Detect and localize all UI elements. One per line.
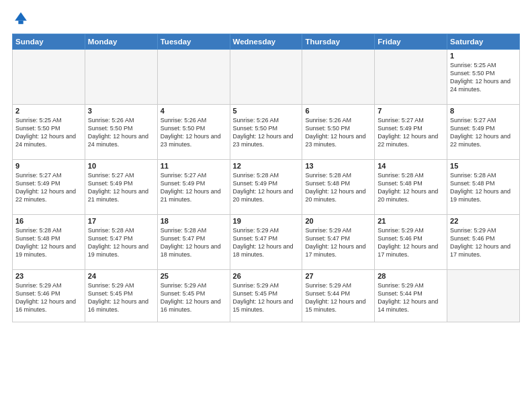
svg-marker-0 [15, 12, 27, 20]
calendar-cell: 12Sunrise: 5:28 AM Sunset: 5:49 PM Dayli… [230, 160, 302, 215]
cell-info: Sunrise: 5:29 AM Sunset: 5:47 PM Dayligh… [233, 226, 300, 259]
calendar-cell [85, 50, 157, 105]
day-number: 11 [161, 162, 227, 170]
calendar-table: SundayMondayTuesdayWednesdayThursdayFrid… [12, 34, 520, 322]
cell-info: Sunrise: 5:28 AM Sunset: 5:48 PM Dayligh… [450, 171, 517, 204]
calendar-week-row: 1Sunrise: 5:25 AM Sunset: 5:50 PM Daylig… [13, 50, 520, 105]
calendar-cell: 6Sunrise: 5:26 AM Sunset: 5:50 PM Daylig… [302, 105, 375, 160]
cell-info: Sunrise: 5:25 AM Sunset: 5:50 PM Dayligh… [450, 61, 517, 94]
day-number: 13 [305, 162, 371, 170]
calendar-cell: 18Sunrise: 5:28 AM Sunset: 5:47 PM Dayli… [157, 215, 230, 270]
day-number: 3 [88, 107, 154, 115]
cell-info: Sunrise: 5:27 AM Sunset: 5:49 PM Dayligh… [15, 171, 82, 204]
cell-info: Sunrise: 5:26 AM Sunset: 5:50 PM Dayligh… [88, 116, 154, 149]
day-number: 28 [378, 272, 444, 280]
calendar-cell [157, 50, 230, 105]
calendar-cell: 21Sunrise: 5:29 AM Sunset: 5:46 PM Dayli… [375, 215, 447, 270]
day-number: 8 [450, 107, 517, 115]
day-number: 7 [378, 107, 444, 115]
calendar-cell: 17Sunrise: 5:28 AM Sunset: 5:47 PM Dayli… [85, 215, 157, 270]
calendar-header-row: SundayMondayTuesdayWednesdayThursdayFrid… [13, 34, 520, 50]
calendar-cell [13, 50, 85, 105]
cell-info: Sunrise: 5:29 AM Sunset: 5:46 PM Dayligh… [15, 281, 82, 314]
calendar-cell: 15Sunrise: 5:28 AM Sunset: 5:48 PM Dayli… [447, 160, 520, 215]
day-header-sunday: Sunday [13, 34, 85, 50]
calendar-week-row: 9Sunrise: 5:27 AM Sunset: 5:49 PM Daylig… [13, 160, 520, 215]
day-number: 14 [378, 162, 444, 170]
calendar-week-row: 23Sunrise: 5:29 AM Sunset: 5:46 PM Dayli… [13, 270, 520, 322]
calendar-week-row: 16Sunrise: 5:28 AM Sunset: 5:48 PM Dayli… [13, 215, 520, 270]
cell-info: Sunrise: 5:29 AM Sunset: 5:46 PM Dayligh… [378, 226, 444, 259]
calendar-cell: 20Sunrise: 5:29 AM Sunset: 5:47 PM Dayli… [302, 215, 375, 270]
logo [12, 11, 30, 28]
page: SundayMondayTuesdayWednesdayThursdayFrid… [0, 0, 532, 411]
cell-info: Sunrise: 5:29 AM Sunset: 5:44 PM Dayligh… [378, 281, 444, 314]
cell-info: Sunrise: 5:27 AM Sunset: 5:49 PM Dayligh… [161, 171, 227, 204]
cell-info: Sunrise: 5:28 AM Sunset: 5:47 PM Dayligh… [88, 226, 154, 259]
cell-info: Sunrise: 5:27 AM Sunset: 5:49 PM Dayligh… [450, 116, 517, 149]
calendar-cell: 16Sunrise: 5:28 AM Sunset: 5:48 PM Dayli… [13, 215, 85, 270]
logo-icon [13, 11, 28, 26]
calendar-cell: 11Sunrise: 5:27 AM Sunset: 5:49 PM Dayli… [157, 160, 230, 215]
day-header-monday: Monday [85, 34, 157, 50]
cell-info: Sunrise: 5:29 AM Sunset: 5:45 PM Dayligh… [233, 281, 300, 314]
cell-info: Sunrise: 5:26 AM Sunset: 5:50 PM Dayligh… [161, 116, 227, 149]
day-number: 18 [161, 217, 227, 225]
day-header-thursday: Thursday [302, 34, 375, 50]
day-number: 20 [305, 217, 371, 225]
day-header-saturday: Saturday [447, 34, 520, 50]
cell-info: Sunrise: 5:29 AM Sunset: 5:45 PM Dayligh… [88, 281, 154, 314]
day-number: 5 [233, 107, 300, 115]
calendar-cell [375, 50, 447, 105]
day-number: 24 [88, 272, 154, 280]
day-number: 22 [450, 217, 517, 225]
calendar-cell: 10Sunrise: 5:27 AM Sunset: 5:49 PM Dayli… [85, 160, 157, 215]
cell-info: Sunrise: 5:25 AM Sunset: 5:50 PM Dayligh… [15, 116, 82, 149]
cell-info: Sunrise: 5:28 AM Sunset: 5:48 PM Dayligh… [305, 171, 371, 204]
day-number: 16 [15, 217, 82, 225]
day-header-tuesday: Tuesday [157, 34, 230, 50]
calendar-cell [447, 270, 520, 322]
cell-info: Sunrise: 5:29 AM Sunset: 5:44 PM Dayligh… [305, 281, 371, 314]
calendar-cell: 24Sunrise: 5:29 AM Sunset: 5:45 PM Dayli… [85, 270, 157, 322]
calendar-cell: 5Sunrise: 5:26 AM Sunset: 5:50 PM Daylig… [230, 105, 302, 160]
cell-info: Sunrise: 5:28 AM Sunset: 5:49 PM Dayligh… [233, 171, 300, 204]
cell-info: Sunrise: 5:27 AM Sunset: 5:49 PM Dayligh… [88, 171, 154, 204]
day-number: 26 [233, 272, 300, 280]
day-header-friday: Friday [375, 34, 447, 50]
calendar-cell: 2Sunrise: 5:25 AM Sunset: 5:50 PM Daylig… [13, 105, 85, 160]
calendar-cell: 23Sunrise: 5:29 AM Sunset: 5:46 PM Dayli… [13, 270, 85, 322]
day-number: 17 [88, 217, 154, 225]
calendar-cell: 13Sunrise: 5:28 AM Sunset: 5:48 PM Dayli… [302, 160, 375, 215]
calendar-cell: 25Sunrise: 5:29 AM Sunset: 5:45 PM Dayli… [157, 270, 230, 322]
cell-info: Sunrise: 5:26 AM Sunset: 5:50 PM Dayligh… [233, 116, 300, 149]
day-number: 10 [88, 162, 154, 170]
day-number: 2 [15, 107, 82, 115]
header [12, 11, 520, 28]
day-number: 21 [378, 217, 444, 225]
day-number: 6 [305, 107, 371, 115]
day-number: 25 [161, 272, 227, 280]
cell-info: Sunrise: 5:29 AM Sunset: 5:46 PM Dayligh… [450, 226, 517, 259]
calendar-cell: 14Sunrise: 5:28 AM Sunset: 5:48 PM Dayli… [375, 160, 447, 215]
cell-info: Sunrise: 5:28 AM Sunset: 5:48 PM Dayligh… [15, 226, 82, 259]
cell-info: Sunrise: 5:29 AM Sunset: 5:45 PM Dayligh… [161, 281, 227, 314]
cell-info: Sunrise: 5:29 AM Sunset: 5:47 PM Dayligh… [305, 226, 371, 259]
cell-info: Sunrise: 5:28 AM Sunset: 5:48 PM Dayligh… [378, 171, 444, 204]
calendar-cell: 8Sunrise: 5:27 AM Sunset: 5:49 PM Daylig… [447, 105, 520, 160]
calendar-cell: 27Sunrise: 5:29 AM Sunset: 5:44 PM Dayli… [302, 270, 375, 322]
calendar-cell [302, 50, 375, 105]
cell-info: Sunrise: 5:28 AM Sunset: 5:47 PM Dayligh… [161, 226, 227, 259]
calendar-cell [230, 50, 302, 105]
calendar-cell: 9Sunrise: 5:27 AM Sunset: 5:49 PM Daylig… [13, 160, 85, 215]
calendar-cell: 1Sunrise: 5:25 AM Sunset: 5:50 PM Daylig… [447, 50, 520, 105]
day-number: 27 [305, 272, 371, 280]
day-number: 12 [233, 162, 300, 170]
calendar-week-row: 2Sunrise: 5:25 AM Sunset: 5:50 PM Daylig… [13, 105, 520, 160]
svg-rect-1 [18, 21, 23, 24]
day-number: 1 [450, 52, 517, 60]
day-number: 23 [15, 272, 82, 280]
day-number: 19 [233, 217, 300, 225]
calendar-cell: 22Sunrise: 5:29 AM Sunset: 5:46 PM Dayli… [447, 215, 520, 270]
day-number: 15 [450, 162, 517, 170]
